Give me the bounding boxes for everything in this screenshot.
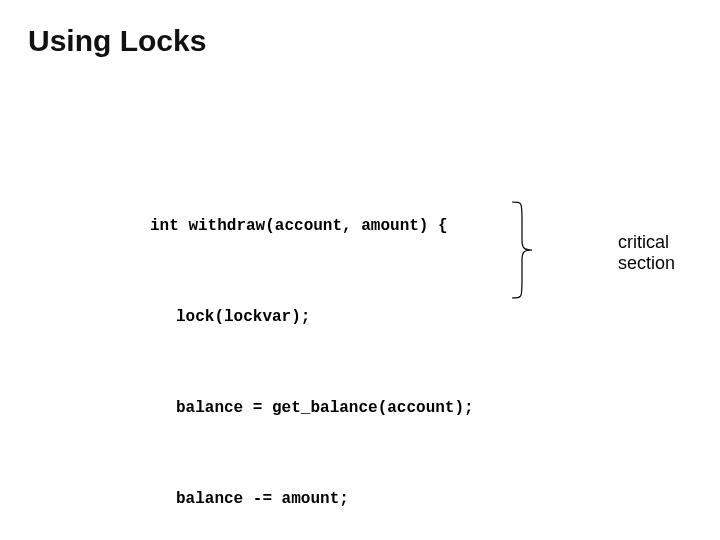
slide-title: Using Locks <box>28 24 206 58</box>
annotation-line-1: critical <box>618 232 675 253</box>
annotation-label: critical section <box>618 232 675 274</box>
brace-icon <box>510 200 540 300</box>
code-block: int withdraw(account, amount) { lock(loc… <box>150 150 474 540</box>
code-line-4: balance -= amount; <box>150 484 474 514</box>
code-line-3: balance = get_balance(account); <box>150 393 474 423</box>
code-line-1: int withdraw(account, amount) { <box>150 211 474 241</box>
annotation-line-2: section <box>618 253 675 274</box>
code-line-2: lock(lockvar); <box>150 302 474 332</box>
slide: Using Locks int withdraw(account, amount… <box>0 0 720 540</box>
